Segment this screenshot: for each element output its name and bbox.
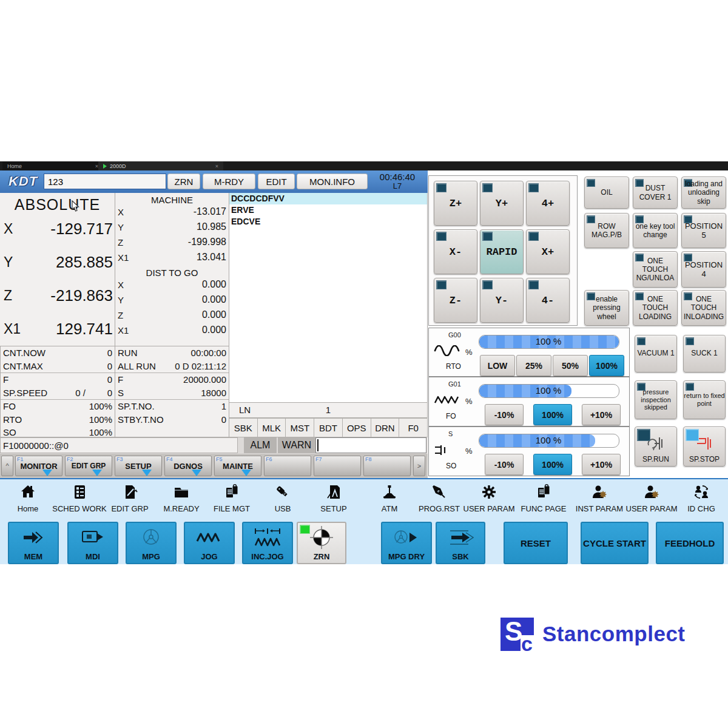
- so-100-button[interactable]: 100%: [533, 454, 572, 475]
- program-listing[interactable]: DCCDCDFVV ERVE EDCVE: [229, 193, 428, 402]
- fo-100-button[interactable]: 100%: [533, 404, 572, 425]
- one-touch-ng-unload-button[interactable]: ONE TOUCH NG/UNLOA: [633, 251, 678, 288]
- tab-f6[interactable]: F6: [264, 456, 311, 476]
- toolbar-setup[interactable]: SETUP: [306, 483, 362, 513]
- oil-button[interactable]: OIL: [584, 177, 629, 209]
- rto-100-button[interactable]: 100%: [589, 355, 624, 376]
- spindle-run-button[interactable]: SP.RUN: [635, 426, 677, 467]
- toolbar-usb[interactable]: USB: [255, 483, 311, 513]
- machine-ready-button[interactable]: M-RDY: [203, 174, 255, 189]
- toolbar-id-chg[interactable]: ID CHG: [673, 483, 728, 513]
- feed-override-panel: G01 % FO 100 % -10% 100% +10%: [428, 377, 630, 426]
- browser-tab-program[interactable]: 2000D ×: [98, 161, 223, 170]
- jog-z-minus[interactable]: Z-: [434, 278, 477, 323]
- jog-x-plus[interactable]: X+: [526, 229, 570, 274]
- mode-mpg-button[interactable]: MPG: [126, 522, 177, 564]
- edit-mode-button[interactable]: EDIT: [258, 174, 295, 189]
- pressure-inspection-skip-button[interactable]: pressure inspection skipped: [635, 380, 677, 419]
- jog-z-plus[interactable]: Z+: [434, 181, 477, 226]
- dust-cover-button[interactable]: DUST COVER 1: [633, 177, 678, 209]
- jog-4-minus[interactable]: 4-: [526, 278, 570, 323]
- tab-f8[interactable]: F8: [363, 456, 411, 476]
- toolbar-sched-work[interactable]: SCHED WORK: [52, 483, 107, 513]
- mdi-input[interactable]: [315, 437, 426, 453]
- row-mag-button[interactable]: ROW MAG.P/B: [584, 213, 629, 248]
- mode-mem-button[interactable]: MEM: [8, 522, 59, 564]
- program-line[interactable]: EDCVE: [229, 216, 427, 228]
- enable-pressing-wheel-button[interactable]: enable pressing wheel: [584, 290, 629, 326]
- one-touch-unloading-button[interactable]: ONE TOUCH INLOADING: [681, 290, 726, 326]
- flag-f0[interactable]: F0: [399, 418, 428, 437]
- mode-zrn-button[interactable]: ZRN: [297, 522, 346, 564]
- browser-tab-home[interactable]: Home ×: [2, 161, 103, 170]
- so-plus10-button[interactable]: +10%: [582, 454, 621, 475]
- alarm-badge[interactable]: ALM: [244, 437, 277, 453]
- jog-4-plus[interactable]: 4+: [526, 181, 570, 226]
- tab-dgnos[interactable]: F4 DGNOS: [164, 456, 212, 476]
- flag-mst[interactable]: MST: [286, 418, 314, 437]
- rto-50-button[interactable]: 50%: [553, 355, 588, 376]
- one-key-tool-change-button[interactable]: one key tool change: [633, 213, 678, 248]
- feedhold-button[interactable]: FEEDHOLD: [656, 522, 724, 564]
- vacuum-1-button[interactable]: VACUUM 1: [635, 335, 677, 372]
- mode-jog-button[interactable]: JOG: [184, 522, 235, 564]
- tab-edit-grp[interactable]: F2 EDIT GRP: [65, 456, 112, 476]
- loading-unloading-skip-button[interactable]: loading and unloading skip: [681, 177, 726, 209]
- zrn-status-button[interactable]: ZRN: [167, 174, 200, 189]
- toolbar-func-page[interactable]: FUNC PAGE: [516, 483, 571, 513]
- mode-inc-jog-button[interactable]: INC.JOG: [242, 522, 293, 564]
- flag-bdt[interactable]: BDT: [314, 418, 343, 437]
- tab-mainte[interactable]: F5 MAINTE: [214, 456, 261, 476]
- toolbar-inst-param[interactable]: INST PARAM: [571, 483, 627, 513]
- jog-x-minus[interactable]: X-: [434, 229, 477, 274]
- one-touch-loading-button[interactable]: ONE TOUCH LOADING: [633, 290, 678, 326]
- flag-drn[interactable]: DRN: [371, 418, 400, 437]
- fo-plus10-button[interactable]: +10%: [582, 404, 621, 425]
- fo-minus10-button[interactable]: -10%: [485, 404, 524, 425]
- mode-mdi-button[interactable]: MDI: [67, 522, 118, 564]
- tab-monitor[interactable]: F1 MONITOR: [15, 456, 62, 476]
- reset-button[interactable]: RESET: [504, 522, 568, 564]
- toolbar-m-ready[interactable]: M.READY: [153, 483, 209, 513]
- cycle-start-button[interactable]: CYCLE START: [581, 522, 649, 564]
- monitor-info-button[interactable]: MON.INFO: [297, 174, 368, 189]
- flag-ops[interactable]: OPS: [343, 418, 371, 437]
- return-fixed-point-button[interactable]: return to fixed point: [683, 380, 726, 419]
- collapse-button[interactable]: ^: [1, 456, 13, 476]
- axis-row: X1129.741: [0, 314, 115, 347]
- flag-mlk[interactable]: MLK: [258, 418, 286, 437]
- rto-low-button[interactable]: LOW: [480, 355, 515, 376]
- toolbar-atm[interactable]: ATM: [362, 483, 417, 513]
- tab-f7[interactable]: F7: [314, 456, 361, 476]
- program-number-input[interactable]: [44, 174, 166, 189]
- position-5-button[interactable]: POSITION 5: [681, 213, 726, 248]
- close-icon[interactable]: ×: [215, 163, 218, 169]
- mode-mpg-dry-button[interactable]: MPG DRY: [381, 522, 432, 564]
- program-line-current[interactable]: DCCDCDFVV: [229, 193, 427, 204]
- jog-y-plus[interactable]: Y+: [480, 181, 524, 226]
- flag-sbk[interactable]: SBK: [229, 418, 258, 437]
- status-led: [436, 280, 447, 289]
- position-4-button[interactable]: POSITION 4: [681, 251, 726, 288]
- jog-rapid[interactable]: RAPID: [480, 229, 524, 274]
- toolbar-user-param-2[interactable]: USER PARAM: [624, 483, 679, 513]
- program-line[interactable]: ERVE: [229, 204, 427, 216]
- toolbar-user-param[interactable]: USER PARAM: [461, 483, 517, 513]
- jog-y-minus[interactable]: Y-: [480, 278, 524, 323]
- toolbar-file-mgt[interactable]: FILE MGT: [204, 483, 260, 513]
- clock: 00:46:40 L7: [368, 170, 427, 193]
- so-minus10-button[interactable]: -10%: [485, 454, 524, 475]
- more-tabs-button[interactable]: >: [413, 456, 425, 476]
- tab-setup[interactable]: F3 SETUP: [115, 456, 162, 476]
- toolbar-home[interactable]: Home: [0, 483, 56, 513]
- spindle-stop-button[interactable]: SP.STOP: [683, 426, 726, 467]
- toolbar-edit-grp[interactable]: EDIT GRP: [102, 483, 158, 513]
- status-row: CNT.MAX0: [1, 360, 115, 373]
- rto-25-button[interactable]: 25%: [516, 355, 551, 376]
- stancomplect-logo-mark: S c: [500, 618, 534, 651]
- mode-sbk-button[interactable]: SBK: [436, 522, 485, 564]
- status-label: F: [3, 374, 8, 385]
- warning-badge[interactable]: WARN: [278, 437, 315, 453]
- toolbar-prog-rst[interactable]: PROG.RST: [411, 483, 467, 513]
- suck-1-button[interactable]: SUCK 1: [683, 335, 726, 372]
